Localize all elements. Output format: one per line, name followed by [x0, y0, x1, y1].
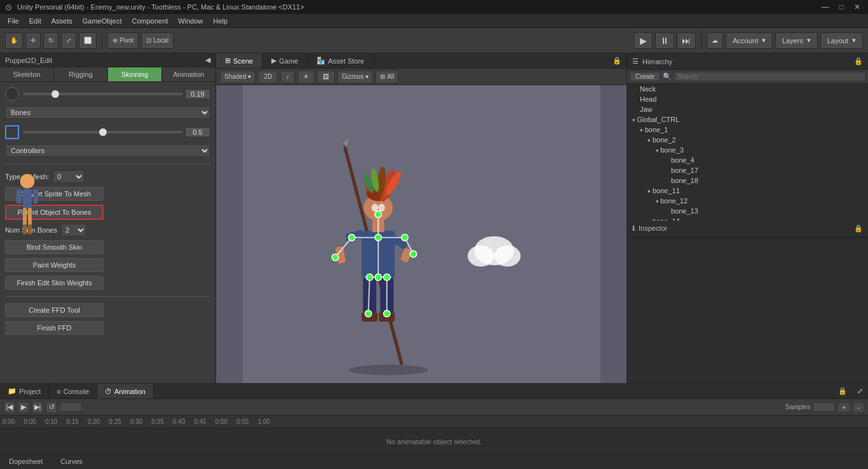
convert-sprite-btn[interactable]: Convert Sprite To Mesh	[5, 187, 104, 201]
bind-smooth-btn[interactable]: Bind Smooth Skin	[5, 240, 104, 254]
sub-tab-curves[interactable]: Curves	[51, 456, 92, 469]
tab-scene[interactable]: ⊞ Scene	[216, 53, 262, 68]
slider-2[interactable]	[23, 131, 182, 133]
bones-select[interactable]: Bones	[5, 106, 210, 119]
anim-frame-input[interactable]: 120	[60, 402, 82, 412]
bottom-lock-icon[interactable]: 🔒	[833, 384, 852, 398]
tab-animation[interactable]: ⏱ Animation	[97, 384, 154, 398]
layout-dropdown[interactable]: Layout ▾	[820, 32, 863, 49]
type-of-mesh-select[interactable]: 0	[53, 170, 85, 183]
light-button[interactable]: ☀	[297, 71, 315, 83]
panel-collapse-icon[interactable]: ◀	[205, 56, 210, 64]
tab-asset-store[interactable]: 🏪 Asset Store	[308, 53, 374, 68]
cloud-button[interactable]: ☁	[707, 32, 723, 49]
hierarchy-item[interactable]: Jaw	[627, 104, 868, 114]
account-dropdown[interactable]: Account ▾	[726, 32, 773, 49]
bottom-expand-icon[interactable]: ⤢	[852, 384, 868, 398]
toolbar-rotate-tool[interactable]: ↻	[43, 32, 58, 49]
window-controls[interactable]: — □ ✕	[819, 3, 863, 11]
menu-item-window[interactable]: Window	[173, 16, 208, 26]
tab-skinning[interactable]: Skinning	[108, 67, 162, 81]
create-ffd-btn[interactable]: Create FFD Tool	[5, 303, 104, 317]
anim-samples-input[interactable]: 60	[813, 402, 835, 412]
scene-toolbar: Shaded ▾ 2D ♪ ☀ 🖼 Gizmos ▾ ⊞ All	[216, 69, 627, 85]
menu-item-component[interactable]: Component	[126, 16, 173, 26]
toolbar-scale-tool[interactable]: ⤢	[61, 32, 76, 49]
scene-lock-icon[interactable]: 🔒	[607, 53, 627, 68]
hierarchy-item[interactable]: ▾ bone_1	[627, 125, 868, 135]
image-button[interactable]: 🖼	[317, 71, 335, 83]
2d-button[interactable]: 2D	[258, 71, 278, 83]
hierarchy-item[interactable]: ▾ bone_12	[627, 196, 868, 206]
anim-remove-btn[interactable]: -	[853, 402, 864, 412]
anim-add-btn[interactable]: +	[837, 402, 850, 412]
anim-play-btn[interactable]: ▶	[18, 402, 29, 413]
hierarchy-item[interactable]: ▾ bone_3	[627, 145, 868, 155]
local-icon: ⊡	[146, 37, 151, 44]
color-swatch-1[interactable]	[5, 87, 19, 101]
type-of-mesh-row: Type of Mesh: 0	[5, 170, 210, 183]
timeline-mark: 0:45	[194, 418, 215, 425]
divider-1	[5, 163, 210, 164]
paint-weights-btn[interactable]: Paint Weights	[5, 258, 104, 272]
tab-animation[interactable]: Animation	[162, 67, 215, 81]
tab-skeleton[interactable]: Skeleton	[0, 67, 54, 81]
type-of-mesh-label: Type of Mesh:	[5, 173, 49, 180]
slider-1[interactable]	[23, 93, 182, 95]
menu-item-help[interactable]: Help	[208, 16, 233, 26]
pivot-button[interactable]: ⊕ Pivot	[107, 32, 139, 49]
tab-game[interactable]: ▶ Game	[262, 53, 308, 68]
tab-project[interactable]: 📁 Project	[0, 384, 49, 398]
animation-icon: ⏱	[105, 388, 112, 395]
play-button[interactable]: ▶	[634, 32, 653, 49]
hierarchy-item[interactable]: bone_17	[627, 165, 868, 175]
all-dropdown[interactable]: ⊞ All	[376, 71, 398, 83]
local-button[interactable]: ⊡ Local	[141, 32, 173, 49]
minimize-btn[interactable]: —	[819, 3, 832, 11]
audio-button[interactable]: ♪	[280, 71, 295, 83]
tab-console[interactable]: ≡ Console	[49, 384, 97, 398]
num-skin-select[interactable]: 2	[61, 224, 86, 236]
hierarchy-item[interactable]: bone_4	[627, 155, 868, 165]
step-button[interactable]: ⏭	[677, 32, 696, 49]
timeline-mark: 0:20	[88, 418, 109, 425]
maximize-btn[interactable]: □	[837, 3, 846, 11]
anim-loop-btn[interactable]: ↺	[46, 402, 57, 413]
create-btn[interactable]: Create	[630, 72, 660, 81]
menu-item-edit[interactable]: Edit	[24, 16, 46, 26]
menu-item-assets[interactable]: Assets	[46, 16, 78, 26]
hierarchy-item[interactable]: Head	[627, 94, 868, 104]
project-label: Project	[19, 388, 41, 395]
hierarchy-search[interactable]	[674, 72, 865, 81]
blue-square-swatch[interactable]	[5, 125, 19, 139]
indent-space	[632, 156, 640, 164]
inspector-lock-icon[interactable]: 🔒	[854, 224, 863, 233]
sub-tab-dopesheet[interactable]: Dopesheet	[0, 456, 51, 469]
layers-dropdown[interactable]: Layers ▾	[775, 32, 818, 49]
scene-view[interactable]: bone bone	[216, 85, 627, 383]
hierarchy-item[interactable]: ▾ bone_2	[627, 135, 868, 145]
hierarchy-item[interactable]: Neck	[627, 84, 868, 94]
toolbar-move-tool[interactable]: ✛	[25, 32, 41, 49]
toolbar-hand-tool[interactable]: ✋	[5, 32, 23, 49]
hierarchy-item[interactable]: bone_13	[627, 206, 868, 216]
close-btn[interactable]: ✕	[851, 3, 863, 11]
shading-dropdown[interactable]: Shaded ▾	[220, 71, 255, 83]
parent-object-btn[interactable]: Parent Object To Bones	[5, 205, 104, 220]
hierarchy-item[interactable]: bone_18	[627, 175, 868, 186]
finish-edit-btn[interactable]: Finish Edit Skin Weights	[5, 276, 104, 290]
controllers-select[interactable]: Controllers	[5, 144, 210, 157]
anim-prev-start-btn[interactable]: |◀	[4, 402, 15, 413]
menu-item-file[interactable]: File	[3, 16, 24, 26]
hierarchy-item[interactable]: ▾ bone_11	[627, 186, 868, 196]
hierarchy-lock-icon[interactable]: 🔒	[854, 57, 863, 65]
pause-button[interactable]: ⏸	[655, 32, 674, 49]
gizmos-dropdown[interactable]: Gizmos ▾	[337, 71, 373, 83]
indent-space	[632, 146, 640, 154]
anim-next-end-btn[interactable]: ▶|	[32, 402, 43, 413]
hierarchy-item[interactable]: ▾ Global_CTRL	[627, 114, 868, 125]
tab-rigging[interactable]: Rigging	[54, 67, 108, 81]
toolbar-rect-tool[interactable]: ⬜	[79, 32, 97, 49]
finish-ffd-btn[interactable]: Finish FFD	[5, 321, 104, 335]
menu-item-gameobject[interactable]: GameObject	[78, 16, 127, 26]
